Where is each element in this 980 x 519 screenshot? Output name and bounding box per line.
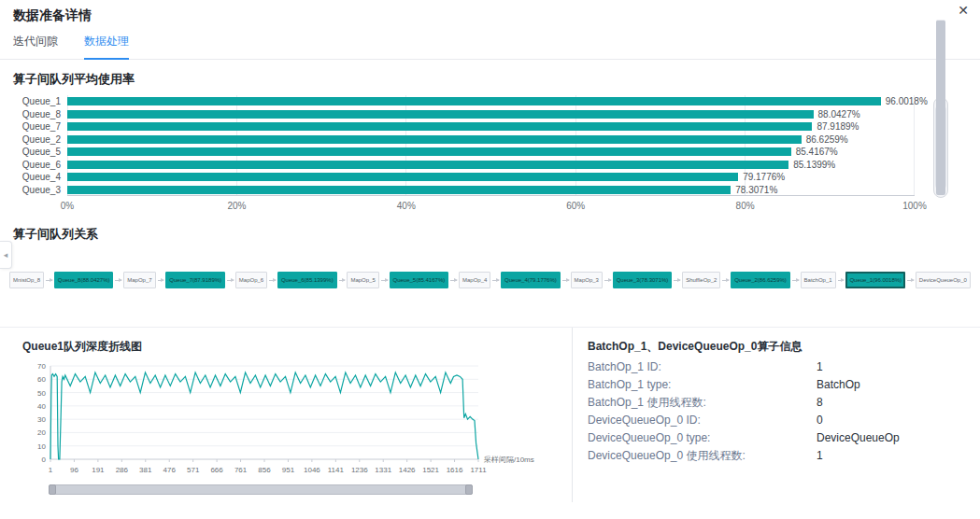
pipeline-node-MapOp_5[interactable]: MapOp_5 bbox=[347, 272, 378, 288]
svg-text:476: 476 bbox=[163, 466, 177, 474]
x-tick-label: 100% bbox=[902, 201, 927, 211]
bar-row: Queue_479.1776% bbox=[13, 171, 915, 184]
bar[interactable] bbox=[67, 97, 881, 105]
flow-arrow-icon bbox=[115, 280, 121, 281]
svg-text:381: 381 bbox=[139, 466, 152, 474]
svg-text:761: 761 bbox=[234, 466, 248, 474]
bar-track: 85.1399% bbox=[67, 159, 915, 172]
bar-category-label: Queue_1 bbox=[13, 95, 67, 108]
x-tick-label: 0% bbox=[61, 201, 74, 211]
bar-row: Queue_378.3071% bbox=[13, 184, 915, 197]
info-value: 1 bbox=[817, 450, 823, 461]
svg-text:666: 666 bbox=[210, 466, 223, 474]
bar-value-label: 78.3071% bbox=[735, 185, 777, 196]
pipeline-node-Queue_7[interactable]: Queue_7(87.9189%) bbox=[165, 272, 225, 288]
bar-category-label: Queue_7 bbox=[13, 120, 67, 133]
collapse-left-button[interactable]: ◂ bbox=[0, 241, 12, 269]
collapse-left-icon: ◂ bbox=[4, 250, 8, 260]
pipeline-node-MapOp_3[interactable]: MapOp_3 bbox=[571, 272, 603, 288]
queue-usage-zoom-slider[interactable] bbox=[933, 97, 948, 198]
bar[interactable] bbox=[67, 110, 814, 119]
svg-text:951: 951 bbox=[282, 466, 295, 474]
bar-value-label: 88.0427% bbox=[818, 109, 860, 120]
bar-track: 86.6259% bbox=[67, 133, 915, 147]
tab-data-processing[interactable]: 数据处理 bbox=[84, 34, 129, 60]
pipeline-node-Queue_6[interactable]: Queue_6(85.1399%) bbox=[277, 272, 337, 288]
flow-arrow-icon bbox=[269, 280, 276, 281]
bar[interactable] bbox=[67, 147, 791, 156]
queue-usage-plot: Queue_196.0018%Queue_888.0427%Queue_787.… bbox=[13, 95, 915, 215]
pipeline-node-MapOp_4[interactable]: MapOp_4 bbox=[459, 272, 490, 288]
bar-track: 78.3071% bbox=[67, 184, 915, 197]
bar-row: Queue_196.0018% bbox=[13, 95, 915, 108]
flow-arrow-icon bbox=[46, 280, 52, 281]
svg-text:96: 96 bbox=[70, 466, 78, 474]
flow-arrow-icon bbox=[158, 280, 164, 281]
x-tick-label: 80% bbox=[736, 201, 755, 211]
depth-chart-zoom-slider[interactable] bbox=[49, 484, 473, 495]
queue-usage-title: 算子间队列平均使用率 bbox=[13, 71, 967, 88]
queue-usage-zoom-column bbox=[915, 95, 967, 215]
hscroll-handle-left[interactable] bbox=[49, 484, 56, 495]
svg-text:20: 20 bbox=[37, 428, 46, 437]
pipeline-node-Queue_5[interactable]: Queue_5(85.4167%) bbox=[390, 272, 449, 288]
x-tick-label: 20% bbox=[227, 201, 246, 211]
bar-track: 88.0427% bbox=[67, 108, 915, 121]
pipeline-node-DeviceQueueOp_0[interactable]: DeviceQueueOp_0 bbox=[916, 272, 971, 288]
svg-text:1426: 1426 bbox=[399, 466, 416, 474]
pipeline-node-MnistOp_8[interactable]: MnistOp_8 bbox=[9, 272, 44, 288]
svg-text:60: 60 bbox=[37, 375, 46, 384]
pipeline-node-Queue_8[interactable]: Queue_8(88.0427%) bbox=[54, 272, 114, 288]
info-row: BatchOp_1 使用线程数:8 bbox=[588, 397, 963, 408]
flow-arrow-icon bbox=[792, 280, 799, 281]
bottom-panels: Queue1队列深度折线图 01020304050607019619128638… bbox=[0, 327, 980, 502]
info-label: DeviceQueueOp_0 使用线程数: bbox=[588, 450, 817, 461]
bar-value-label: 86.6259% bbox=[806, 134, 848, 146]
pipeline-node-BatchOp_1[interactable]: BatchOp_1 bbox=[801, 272, 836, 288]
svg-text:10: 10 bbox=[37, 442, 46, 451]
close-icon[interactable]: ✕ bbox=[958, 4, 969, 17]
pipeline-node-Queue_2[interactable]: Queue_2(86.6259%) bbox=[731, 272, 790, 288]
bar[interactable] bbox=[67, 161, 788, 169]
pipeline-node-ShuffleOp_2[interactable]: ShuffleOp_2 bbox=[682, 272, 720, 288]
op-info-rows: BatchOp_1 ID:1BatchOp_1 type:BatchOpBatc… bbox=[588, 361, 963, 461]
bar[interactable] bbox=[67, 122, 812, 131]
svg-text:1521: 1521 bbox=[422, 466, 439, 474]
svg-text:856: 856 bbox=[258, 466, 271, 474]
depth-chart-svg: 0102030405060701961912863814765716667618… bbox=[22, 358, 546, 482]
svg-text:1616: 1616 bbox=[447, 466, 463, 474]
op-info-title: BatchOp_1、DeviceQueueOp_0算子信息 bbox=[588, 339, 963, 355]
bar[interactable] bbox=[67, 173, 738, 181]
flow-arrow-icon bbox=[604, 280, 611, 281]
info-label: BatchOp_1 ID: bbox=[588, 361, 817, 372]
bar-row: Queue_585.4167% bbox=[13, 146, 915, 159]
bar[interactable] bbox=[67, 186, 731, 194]
pipeline-node-MapOp_7[interactable]: MapOp_7 bbox=[123, 272, 155, 288]
info-label: DeviceQueueOp_0 type: bbox=[588, 432, 817, 443]
svg-text:1236: 1236 bbox=[351, 466, 368, 474]
flow-arrow-icon bbox=[838, 280, 845, 281]
tab-iteration-gap[interactable]: 迭代间隙 bbox=[13, 34, 58, 59]
info-value: 1 bbox=[817, 361, 823, 372]
bar-value-label: 85.1399% bbox=[793, 160, 835, 171]
pipeline-node-MapOp_6[interactable]: MapOp_6 bbox=[235, 272, 267, 288]
svg-text:1711: 1711 bbox=[470, 466, 487, 474]
pipeline-node-Queue_1[interactable]: Queue_1(96.0018%) bbox=[845, 272, 905, 288]
bar-value-label: 87.9189% bbox=[817, 121, 859, 133]
queue-usage-xaxis: 0%20%40%60%80%100% bbox=[67, 198, 915, 213]
flow-arrow-icon bbox=[562, 280, 569, 281]
info-value: BatchOp bbox=[817, 379, 860, 390]
svg-text:50: 50 bbox=[37, 389, 46, 398]
info-value: 8 bbox=[817, 397, 823, 408]
zoom-handle-bottom[interactable] bbox=[936, 20, 945, 195]
flow-arrow-icon bbox=[722, 280, 729, 281]
svg-text:0: 0 bbox=[42, 456, 47, 464]
tab-bar: 迭代间隙 数据处理 bbox=[0, 24, 980, 60]
pipeline-node-Queue_4[interactable]: Queue_4(79.1776%) bbox=[501, 272, 561, 288]
bar[interactable] bbox=[67, 135, 802, 144]
pipeline-node-Queue_3[interactable]: Queue_3(78.3071%) bbox=[613, 272, 673, 288]
pipeline-title: 算子间队列关系 bbox=[13, 226, 967, 243]
bar-category-label: Queue_4 bbox=[13, 171, 67, 184]
hscroll-handle-right[interactable] bbox=[465, 484, 473, 495]
svg-text:30: 30 bbox=[37, 415, 46, 424]
